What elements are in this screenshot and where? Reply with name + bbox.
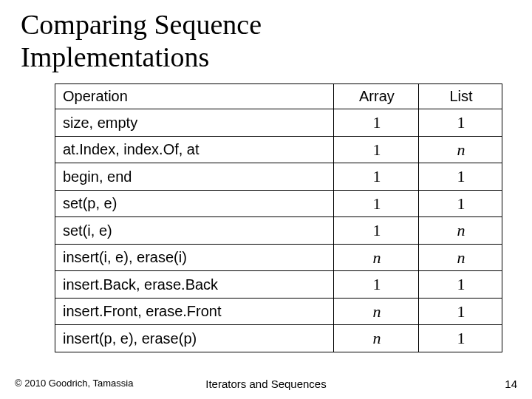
title-line-2: Implementations [21,41,209,72]
table-row: set(i, e)1n [55,217,502,245]
cell-list: n [419,244,502,271]
table-body: size, empty11at.Index, index.Of, at1nbeg… [55,109,502,352]
cell-operation: insert.Front, erase.Front [55,298,334,325]
table-row: set(p, e)11 [55,190,502,217]
cell-list: 1 [419,325,502,352]
cell-operation: size, empty [55,109,334,137]
cell-operation: begin, end [55,163,334,191]
cell-array: 1 [333,136,418,163]
cell-array: 1 [333,217,418,245]
col-operation: Operation [55,84,334,109]
page-number: 14 [505,378,517,390]
table-row: size, empty11 [55,109,502,137]
cell-array: n [333,325,418,352]
footer-center: Iterators and Sequences [205,378,326,390]
cell-array: 1 [333,271,418,299]
table-row: insert.Front, erase.Frontn1 [55,298,502,325]
cell-list: 1 [419,271,502,299]
copyright: © 2010 Goodrich, Tamassia [15,378,133,389]
cell-list: 1 [419,109,502,137]
cell-operation: insert.Back, erase.Back [55,271,334,299]
table-row: begin, end11 [55,163,502,191]
table-row: at.Index, index.Of, at1n [55,136,502,163]
slide-title: Comparing Sequence Implementations [21,9,511,73]
cell-array: 1 [333,190,418,217]
cell-operation: insert(p, e), erase(p) [55,325,334,352]
slide: Comparing Sequence Implementations Opera… [0,0,532,399]
cell-array: n [333,298,418,325]
col-array: Array [333,84,418,109]
cell-operation: set(p, e) [55,190,334,217]
comparison-table: Operation Array List size, empty11at.Ind… [55,83,502,352]
cell-operation: insert(i, e), erase(i) [55,244,334,271]
cell-list: 1 [419,163,502,191]
cell-array: 1 [333,163,418,191]
table-row: insert(i, e), erase(i)nn [55,244,502,271]
comparison-table-wrap: Operation Array List size, empty11at.Ind… [55,83,502,352]
title-line-1: Comparing Sequence [21,9,262,40]
cell-list: 1 [419,190,502,217]
table-row: insert(p, e), erase(p)n1 [55,325,502,352]
footer: © 2010 Goodrich, Tamassia Iterators and … [15,378,517,389]
cell-list: n [419,136,502,163]
cell-array: n [333,244,418,271]
cell-list: 1 [419,298,502,325]
cell-operation: set(i, e) [55,217,334,245]
table-row: insert.Back, erase.Back11 [55,271,502,299]
cell-array: 1 [333,109,418,137]
col-list: List [419,84,502,109]
cell-list: n [419,217,502,245]
table-header-row: Operation Array List [55,84,502,109]
cell-operation: at.Index, index.Of, at [55,136,334,163]
